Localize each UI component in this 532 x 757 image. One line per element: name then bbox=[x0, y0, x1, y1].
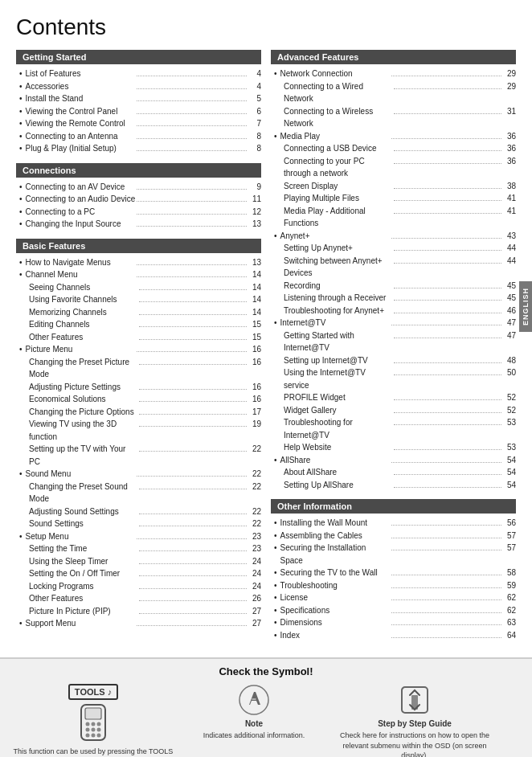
svg-point-10 bbox=[96, 734, 100, 738]
list-item: Memorizing Channels14 bbox=[16, 306, 261, 319]
svg-point-3 bbox=[91, 722, 95, 726]
tools-badge-icon: TOOLS ♪ bbox=[68, 684, 118, 700]
svg-point-4 bbox=[96, 722, 100, 726]
list-item: Using the Internet@TV service50 bbox=[271, 366, 516, 391]
check-symbol-section: Check the Symbol! TOOLS ♪ bbox=[0, 657, 532, 757]
list-item: Using Favorite Channels14 bbox=[16, 293, 261, 306]
list-item: License62 bbox=[271, 591, 516, 604]
list-item: Accessories4 bbox=[16, 80, 261, 93]
list-item: Setting the Time23 bbox=[16, 542, 261, 555]
list-item: Media Play - Additional Functions41 bbox=[271, 205, 516, 230]
list-item: List of Features4 bbox=[16, 68, 261, 80]
list-item: Installing the Wall Mount56 bbox=[271, 517, 516, 530]
list-item: AllShare54 bbox=[271, 454, 516, 467]
list-item: Economical Solutions16 bbox=[16, 393, 261, 406]
list-item: Changing the Picture Options17 bbox=[16, 406, 261, 419]
tools-label: TOOLS bbox=[75, 687, 105, 697]
step-guide-icon bbox=[399, 684, 431, 716]
tools-desc: This function can be used by pressing th… bbox=[13, 747, 174, 757]
list-item: Plug & Play (Initial Setup)8 bbox=[16, 142, 261, 155]
list-item: About AllShare54 bbox=[271, 466, 516, 479]
list-item: Troubleshooting59 bbox=[271, 579, 516, 592]
list-item: Connecting to an Antenna8 bbox=[16, 130, 261, 143]
symbol-note: Note Indicates additional information. bbox=[174, 684, 334, 741]
list-item: Editing Channels15 bbox=[16, 318, 261, 331]
step-label: Step by Step Guide bbox=[378, 719, 452, 728]
list-item: Anynet+43 bbox=[271, 230, 516, 243]
list-item: Dimensions63 bbox=[271, 616, 516, 629]
list-item: Securing the Installation Space57 bbox=[271, 542, 516, 567]
list-item: Sound Menu22 bbox=[16, 468, 261, 481]
section-other-information: Other Information Installing the Wall Mo… bbox=[271, 499, 516, 641]
list-item: Setting Up Anynet+44 bbox=[271, 242, 516, 255]
list-item: Picture Menu16 bbox=[16, 343, 261, 356]
list-item: Connecting to an Audio Device11 bbox=[16, 193, 261, 206]
list-item: How to Navigate Menus13 bbox=[16, 256, 261, 269]
section-header-other-information: Other Information bbox=[271, 499, 516, 514]
list-item: Changing the Preset Sound Mode22 bbox=[16, 481, 261, 505]
list-item: Seeing Channels14 bbox=[16, 281, 261, 294]
list-item: Help Website53 bbox=[271, 441, 516, 454]
page: ENGLISH Contents Getting Started List of… bbox=[0, 0, 532, 757]
list-item: Viewing TV using the 3D function19 bbox=[16, 418, 261, 443]
list-item: Support Menu27 bbox=[16, 617, 261, 630]
toc-other-information: Installing the Wall Mount56 Assembling t… bbox=[271, 517, 516, 641]
step-icon-area bbox=[399, 684, 431, 716]
list-item: Setup Menu23 bbox=[16, 530, 261, 543]
symbol-tools: TOOLS ♪ bbox=[13, 684, 174, 757]
page-title: Contents bbox=[16, 14, 516, 40]
svg-point-7 bbox=[96, 728, 100, 732]
list-item: Securing the TV to the Wall58 bbox=[271, 567, 516, 579]
list-item: Assembling the Cables57 bbox=[271, 530, 516, 542]
symbol-step: Step by Step Guide Check here for instru… bbox=[334, 684, 495, 757]
list-item: Troubleshooting for Anynet+46 bbox=[271, 305, 516, 317]
list-item: Connecting to your PC through a network3… bbox=[271, 155, 516, 180]
list-item: Sound Settings22 bbox=[16, 518, 261, 530]
list-item: Other Features26 bbox=[16, 592, 261, 605]
section-connections: Connections Connecting to an AV Device9 … bbox=[16, 163, 261, 231]
svg-rect-1 bbox=[85, 708, 101, 719]
list-item: Troubleshooting for Internet@TV53 bbox=[271, 416, 516, 441]
note-label: Note bbox=[245, 719, 263, 728]
svg-point-9 bbox=[91, 734, 95, 738]
list-item: Adjusting Sound Settings22 bbox=[16, 505, 261, 518]
remote-icon bbox=[80, 703, 107, 743]
list-item: Setting up Internet@TV48 bbox=[271, 354, 516, 367]
list-item: Locking Programs24 bbox=[16, 580, 261, 593]
list-item: Network Connection29 bbox=[271, 68, 516, 80]
svg-point-6 bbox=[91, 728, 95, 732]
list-item: Connecting to an AV Device9 bbox=[16, 181, 261, 194]
list-item: Playing Multiple Files41 bbox=[271, 192, 516, 205]
note-icon-area bbox=[238, 684, 270, 716]
list-item: Channel Menu14 bbox=[16, 268, 261, 281]
note-pencil-icon bbox=[238, 684, 270, 716]
list-item: Changing the Input Source13 bbox=[16, 218, 261, 231]
section-header-advanced-features: Advanced Features bbox=[271, 50, 516, 64]
section-header-connections: Connections bbox=[16, 163, 261, 178]
list-item: Index64 bbox=[271, 629, 516, 642]
tools-icon-area: TOOLS ♪ bbox=[68, 684, 118, 743]
left-column: Getting Started List of Features4 Access… bbox=[16, 50, 261, 649]
list-item: Connecting a USB Device36 bbox=[271, 142, 516, 155]
english-tab: ENGLISH bbox=[519, 281, 532, 332]
list-item: Screen Display38 bbox=[271, 180, 516, 193]
symbol-row: TOOLS ♪ bbox=[13, 684, 519, 757]
list-item: Setting Up AllShare54 bbox=[271, 479, 516, 492]
list-item: Changing the Preset Picture Mode16 bbox=[16, 356, 261, 381]
list-item: Setting the On / Off Timer24 bbox=[16, 567, 261, 580]
list-item: PROFILE Widget52 bbox=[271, 391, 516, 404]
list-item: Switching between Anynet+ Devices44 bbox=[271, 255, 516, 280]
svg-point-5 bbox=[85, 728, 89, 732]
list-item: Internet@TV47 bbox=[271, 317, 516, 329]
section-basic-features: Basic Features How to Navigate Menus13 C… bbox=[16, 239, 261, 630]
right-column: Advanced Features Network Connection29 C… bbox=[271, 50, 516, 649]
toc-columns: Getting Started List of Features4 Access… bbox=[16, 50, 516, 649]
list-item: Viewing the Control Panel6 bbox=[16, 105, 261, 118]
step-desc: Check here for instructions on how to op… bbox=[334, 730, 495, 757]
list-item: Specifications62 bbox=[271, 604, 516, 617]
toc-getting-started: List of Features4 Accessories4 Install t… bbox=[16, 68, 261, 155]
svg-point-8 bbox=[85, 734, 89, 738]
section-advanced-features: Advanced Features Network Connection29 C… bbox=[271, 50, 516, 491]
list-item: Viewing the Remote Control7 bbox=[16, 117, 261, 130]
list-item: Install the Stand5 bbox=[16, 92, 261, 105]
